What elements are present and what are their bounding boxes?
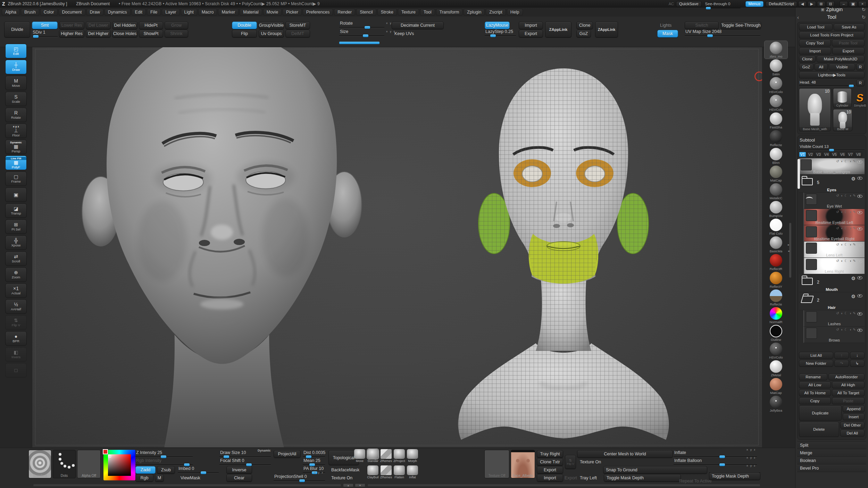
subtool-row[interactable]: 2 ⚙ Hair bbox=[799, 292, 865, 310]
subtool-mode-icons[interactable]: ↺ ◖ ☾ ◑ ✎ bbox=[836, 259, 856, 263]
menu-item[interactable]: Stroke bbox=[377, 9, 397, 16]
menu-item[interactable]: Light bbox=[181, 9, 197, 16]
size-slider[interactable]: Size bbox=[339, 29, 384, 36]
snap-slider[interactable] bbox=[709, 466, 760, 473]
focal-shift-slider[interactable]: Focal Shift 0 bbox=[219, 458, 271, 465]
menu-item[interactable]: Marker bbox=[218, 9, 239, 16]
menu-item[interactable]: Stencil bbox=[356, 9, 376, 16]
subtool-mode-icons[interactable]: ↺ ◖ ☾ ◑ ✎ bbox=[836, 328, 856, 331]
material-swatch[interactable]: MetalicC bbox=[765, 183, 787, 200]
rgb-toggle[interactable]: Rgb bbox=[135, 474, 153, 482]
visibility-tab[interactable]: V1 bbox=[799, 152, 806, 157]
menus-toggle-button[interactable]: Menus bbox=[745, 1, 764, 7]
subtool-thumbnail[interactable] bbox=[806, 311, 817, 322]
quicksave-button[interactable]: QuickSave bbox=[676, 1, 702, 7]
color-selector[interactable] bbox=[109, 455, 111, 457]
zadd-toggle[interactable]: Zadd bbox=[135, 466, 156, 474]
load-tool-button[interactable]: Load Tool bbox=[799, 24, 833, 31]
gear-icon[interactable]: ⚙ bbox=[851, 276, 856, 281]
make-polymesh3d-button[interactable]: Make PolyMesh3D bbox=[817, 56, 865, 62]
lightbox-tools-button[interactable]: Lightbox▶Tools bbox=[799, 71, 865, 78]
move-into-folder-button[interactable]: ↳ bbox=[850, 360, 865, 367]
lower-res-button[interactable]: Lower Res bbox=[59, 22, 84, 29]
left-tool-button[interactable]: ▣ bbox=[5, 187, 27, 202]
menu-item[interactable]: Zscript bbox=[486, 9, 506, 16]
left-tool-button[interactable]: ● BPR bbox=[5, 331, 27, 346]
visibility-eye-icon[interactable] bbox=[857, 329, 862, 332]
goz-visible-button[interactable]: Visible bbox=[829, 64, 855, 70]
snap-to-ground-button[interactable]: Snap To Ground bbox=[603, 466, 707, 474]
quick-brush-button[interactable]: Inflat bbox=[406, 465, 419, 479]
material-swatch[interactable]: ReflectR bbox=[765, 253, 787, 271]
left-tool-button[interactable]: ▢ Frame bbox=[5, 171, 27, 186]
subtool-thumbnail[interactable] bbox=[806, 243, 817, 254]
menu-item[interactable]: Texture bbox=[398, 9, 419, 16]
visibility-eye-icon[interactable] bbox=[857, 160, 862, 163]
wireframe-bust-right[interactable] bbox=[442, 59, 685, 448]
list-all-button[interactable]: List All bbox=[799, 352, 833, 359]
menu-item[interactable]: Picker bbox=[283, 9, 302, 16]
visibility-eye-icon[interactable] bbox=[857, 276, 862, 279]
left-tool-button[interactable]: S Scale bbox=[5, 92, 27, 106]
insert-button[interactable]: Insert bbox=[843, 413, 865, 420]
simple-brush-thumbnail[interactable]: S SimpleB bbox=[853, 88, 867, 108]
rotate-slider[interactable]: Rotate bbox=[339, 21, 384, 28]
gear-icon[interactable]: ⚙ bbox=[851, 294, 856, 299]
color-picker[interactable] bbox=[103, 450, 135, 480]
backface-mask-toggle[interactable]: BackfaceMask bbox=[328, 466, 360, 474]
del-all-button[interactable]: Del All bbox=[840, 430, 865, 437]
mask-inverse-button[interactable]: Inverse bbox=[226, 466, 252, 474]
del-other-button[interactable]: Del Other bbox=[840, 422, 865, 429]
window-minimize-button[interactable]: – bbox=[840, 1, 848, 7]
visibility-tab[interactable]: V8 bbox=[855, 152, 862, 157]
paste-subtool-button[interactable]: Paste bbox=[832, 397, 865, 404]
subtool-row[interactable]: ↺ ◖ ☾ ◑ ✎ Eye Wet bbox=[803, 193, 865, 209]
tool-reload-icon[interactable]: ↻ bbox=[862, 15, 866, 20]
paste-tool-button[interactable]: Paste Tool bbox=[832, 40, 865, 47]
subtool-thumbnail[interactable] bbox=[801, 159, 812, 170]
subtool-row[interactable]: ↺ ◖ ☾ ◑ ✎ Lashes bbox=[803, 310, 865, 327]
document-canvas[interactable] bbox=[32, 29, 762, 448]
del-hidden-button[interactable]: Del Hidden bbox=[112, 22, 137, 29]
left-tool-button[interactable]: ⊕ Zoom bbox=[5, 267, 27, 282]
projection-shell-xyz-label[interactable]: x y z bbox=[314, 471, 324, 474]
tool-export-button[interactable]: Export bbox=[832, 48, 865, 54]
menu-item[interactable]: File bbox=[147, 9, 161, 16]
material-swatch[interactable]: NormalR bbox=[765, 306, 787, 324]
current-color-swatch[interactable] bbox=[103, 449, 108, 454]
quick-brush-button[interactable]: ZRemes bbox=[380, 465, 392, 479]
lights-toggle[interactable]: Lights bbox=[657, 22, 682, 29]
zapplink-button[interactable]: ZAppLink bbox=[545, 22, 571, 37]
visibility-eye-icon[interactable] bbox=[857, 312, 862, 315]
stroke-type-thumbnail[interactable]: Dots bbox=[53, 450, 76, 478]
mean-slider[interactable]: Mean 25 bbox=[303, 458, 325, 465]
project-all-button[interactable]: ProjectAll bbox=[274, 450, 301, 458]
uv-groups-button[interactable]: Uv Groups bbox=[259, 30, 284, 37]
left-tool-button[interactable]: ◰ Edit bbox=[5, 44, 27, 58]
tool-import-button[interactable]: Import bbox=[799, 48, 831, 54]
left-tool-button[interactable]: ╬ Xpose bbox=[5, 235, 27, 250]
decimate-current-button[interactable]: Decimate Current bbox=[392, 22, 444, 29]
see-through-knob[interactable] bbox=[706, 7, 711, 9]
visibility-tab[interactable]: V6 bbox=[839, 152, 846, 157]
canvas-hscroll-right[interactable] bbox=[367, 484, 760, 487]
left-tool-button[interactable]: ⊞ Pt Sel bbox=[5, 219, 27, 234]
all-high-button[interactable]: All High bbox=[832, 381, 865, 388]
delmt-button[interactable]: DelMT bbox=[285, 30, 310, 37]
left-tool-button[interactable]: Dynamic ▦ Persp bbox=[5, 140, 27, 154]
left-tool-button[interactable]: M Move bbox=[5, 76, 27, 90]
inflate-slider[interactable]: Inflate bbox=[674, 450, 757, 457]
rgb-intensity-slider[interactable]: Rgb Intensity bbox=[135, 458, 193, 465]
quick-brush-button[interactable]: ZRemes bbox=[380, 449, 392, 463]
tray-collapse-left-icon[interactable]: ◀ bbox=[798, 1, 807, 7]
subtool-mode-icons[interactable]: ↺ ◖ ☾ ◑ ✎ bbox=[836, 311, 856, 315]
tool-clone-button[interactable]: Clone bbox=[799, 56, 816, 62]
smt-toggle[interactable]: Smt bbox=[32, 22, 58, 29]
quick-brush-button[interactable]: ClayBuil bbox=[367, 465, 379, 479]
save-as-button[interactable]: Save As bbox=[834, 24, 865, 31]
subtool-row[interactable]: ↺ ◖ ☾ ◑ ✎ Lens Left bbox=[803, 242, 865, 258]
material-swatch[interactable]: BasicMa bbox=[765, 236, 787, 253]
subtool-header[interactable]: Subtool bbox=[799, 137, 865, 144]
menu-item[interactable]: Color bbox=[40, 9, 58, 16]
layout-panel2-icon[interactable]: ⊟ bbox=[826, 1, 835, 7]
